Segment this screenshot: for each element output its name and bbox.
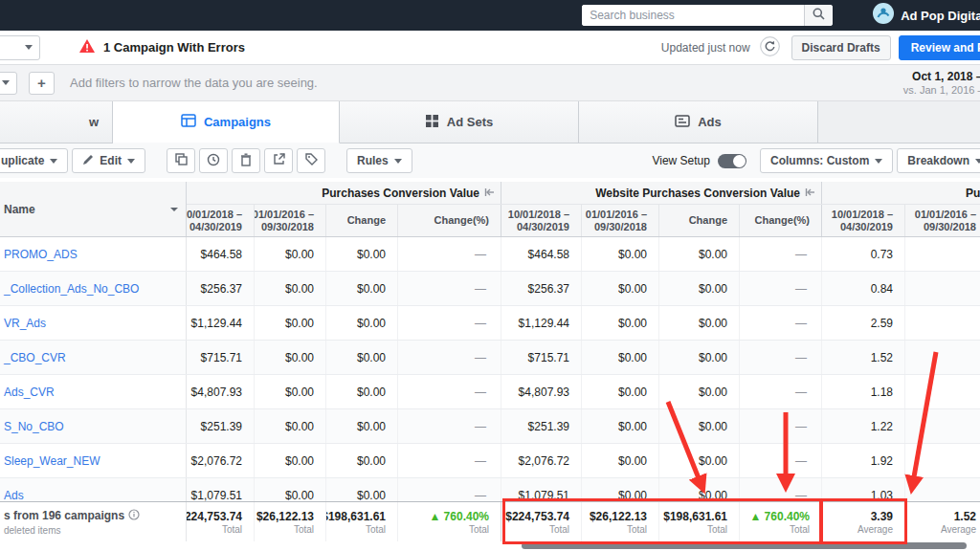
value-cell: $1,079.51 bbox=[501, 478, 581, 501]
total-cell: 1.52Average bbox=[904, 502, 980, 541]
search-button[interactable] bbox=[804, 5, 833, 26]
add-filter-button[interactable]: + bbox=[29, 72, 55, 95]
view-setup-toggle[interactable] bbox=[718, 154, 746, 168]
campaign-errors-text: 1 Campaign With Errors bbox=[103, 40, 245, 55]
column-header[interactable]: 01/01/2016 –09/30/2018 bbox=[904, 205, 980, 236]
table-row[interactable]: Ads $1,079.51 $0.00 $0.00 — $1,079.51 $0… bbox=[0, 478, 980, 501]
rules-button[interactable]: Rules bbox=[346, 148, 412, 173]
search-input[interactable] bbox=[582, 5, 804, 26]
column-group-header[interactable]: Website Purchases Conversion Value bbox=[501, 182, 821, 204]
tab-ad-sets[interactable]: Ad Sets bbox=[340, 101, 579, 143]
totals-summary-subtext: deleted items bbox=[4, 525, 186, 536]
edit-button[interactable]: Edit bbox=[72, 148, 145, 173]
export-button[interactable] bbox=[264, 148, 293, 173]
total-cell: $198,631.61Total bbox=[325, 502, 397, 541]
value-cell: — bbox=[739, 237, 821, 271]
campaign-name-link[interactable]: _CBO_CVR bbox=[4, 351, 66, 364]
column-group-header[interactable]: Purchases Conversion Value bbox=[187, 182, 501, 204]
delete-button[interactable] bbox=[232, 148, 260, 173]
table-row[interactable]: Ads_CVR $4,807.93 $0.00 $0.00 — $4,807.9… bbox=[0, 375, 980, 409]
campaign-selector-dropdown[interactable] bbox=[0, 35, 40, 60]
tab-overview[interactable]: w bbox=[0, 101, 113, 143]
campaign-name-link[interactable]: Ads_CVR bbox=[4, 386, 55, 399]
table-row[interactable]: VR_Ads $1,129.44 $0.00 $0.00 — $1,129.44… bbox=[0, 306, 980, 341]
copy-icon bbox=[175, 153, 188, 168]
table-row[interactable]: _Collection_Ads_No_CBO $256.37 $0.00 $0.… bbox=[0, 272, 980, 306]
tab-label: w bbox=[89, 115, 99, 129]
copy-button[interactable] bbox=[167, 148, 195, 173]
columns-button[interactable]: Columns: Custom bbox=[760, 148, 893, 173]
refresh-button[interactable] bbox=[760, 36, 780, 59]
tab-ads[interactable]: Ads bbox=[579, 101, 818, 143]
value-cell: $0.00 bbox=[658, 478, 739, 501]
column-header[interactable]: Change(%) bbox=[397, 205, 501, 236]
table-header: Name Purchases Conversion Value Website … bbox=[0, 182, 980, 237]
column-header[interactable]: Change(%) bbox=[739, 205, 821, 236]
toolbar: uplicate Edit Rul bbox=[0, 143, 980, 178]
columns-label: Columns: Custom bbox=[770, 154, 869, 167]
value-cell: $0.00 bbox=[658, 409, 739, 443]
value-cell: — bbox=[739, 341, 821, 374]
value-cell: 2.59 bbox=[821, 306, 904, 340]
pencil-icon bbox=[82, 154, 94, 168]
total-cell: $224,753.74Total bbox=[501, 502, 581, 541]
total-cell: $198,631.61Total bbox=[658, 502, 739, 541]
discard-drafts-button[interactable]: Discard Drafts bbox=[791, 35, 891, 60]
table-row[interactable]: S_No_CBO $251.39 $0.00 $0.00 — $251.39 $… bbox=[0, 409, 980, 444]
horizontal-scrollbar[interactable] bbox=[0, 541, 980, 551]
value-cell: $0.00 bbox=[254, 444, 325, 477]
column-header[interactable]: 10/01/2018 –04/30/2019 bbox=[821, 205, 904, 236]
value-cell: $0.00 bbox=[325, 478, 397, 501]
history-icon bbox=[207, 153, 220, 169]
filter-type-dropdown[interactable] bbox=[0, 72, 17, 95]
campaign-name-link[interactable]: Ads bbox=[4, 489, 24, 502]
column-header[interactable]: 01/01/2016 –09/30/2018 bbox=[254, 205, 325, 236]
campaign-name-link[interactable]: VR_Ads bbox=[4, 317, 46, 330]
tag-icon bbox=[305, 153, 318, 168]
info-icon[interactable] bbox=[128, 509, 140, 523]
table-row[interactable]: Sleep_Wear_NEW $2,076.72 $0.00 $0.00 — $… bbox=[0, 444, 980, 478]
value-cell: — bbox=[739, 375, 821, 408]
value-cell: 0.84 bbox=[821, 272, 904, 305]
column-header[interactable]: Change bbox=[325, 205, 397, 236]
value-cell: — bbox=[739, 444, 821, 477]
campaign-name-link[interactable]: _Collection_Ads_No_CBO bbox=[4, 282, 139, 296]
name-sort-caret-icon bbox=[170, 208, 178, 211]
campaign-name-cell: Ads bbox=[0, 478, 187, 501]
tag-button[interactable] bbox=[297, 148, 325, 173]
duplicate-button[interactable]: uplicate bbox=[0, 148, 68, 173]
column-header[interactable]: Change bbox=[658, 205, 739, 236]
campaign-name-link[interactable]: Sleep_Wear_NEW bbox=[4, 454, 100, 468]
column-header[interactable]: 10/01/2018 –04/30/2019 bbox=[187, 205, 254, 236]
table-row[interactable]: PROMO_ADS $464.58 $0.00 $0.00 — $464.58 … bbox=[0, 237, 980, 272]
review-publish-button[interactable]: Review and P bbox=[899, 35, 980, 60]
column-header[interactable]: 10/01/2018 –04/30/2019 bbox=[501, 205, 581, 236]
value-cell: $0.00 bbox=[581, 409, 658, 443]
horizontal-scrollbar-thumb[interactable] bbox=[522, 542, 967, 549]
campaign-errors-alert[interactable]: 1 Campaign With Errors bbox=[78, 38, 245, 57]
column-header[interactable]: 01/01/2016 –09/30/2018 bbox=[581, 205, 658, 236]
value-cell: — bbox=[739, 409, 821, 443]
value-cell: 1.03 bbox=[821, 478, 904, 501]
campaign-name-cell: _Collection_Ads_No_CBO bbox=[0, 272, 187, 305]
value-cell bbox=[904, 444, 980, 477]
breakdown-button[interactable]: Breakdown bbox=[897, 148, 980, 173]
history-button[interactable] bbox=[199, 148, 228, 173]
date-range-picker[interactable]: Oct 1, 2018 – A vs. Jan 1, 2016 – S bbox=[903, 70, 980, 96]
topbar: Ad Pop Digital bbox=[0, 0, 980, 31]
warning-icon bbox=[78, 38, 96, 57]
campaign-name-link[interactable]: PROMO_ADS bbox=[4, 248, 78, 261]
value-cell: $0.00 bbox=[254, 478, 325, 501]
name-column-header[interactable]: Name bbox=[0, 182, 187, 236]
total-cell: $26,122.13Total bbox=[254, 502, 325, 541]
column-group-header[interactable]: Pur bbox=[821, 182, 980, 204]
name-header-label: Name bbox=[4, 203, 35, 216]
account-menu[interactable]: Ad Pop Digital bbox=[873, 3, 980, 28]
breakdown-label: Breakdown bbox=[907, 154, 969, 167]
tab-campaigns[interactable]: Campaigns bbox=[113, 101, 340, 143]
table-row[interactable]: _CBO_CVR $715.71 $0.00 $0.00 — $715.71 $… bbox=[0, 341, 980, 375]
value-cell bbox=[904, 409, 980, 443]
pin-column-icon bbox=[805, 187, 815, 200]
campaign-name-cell: VR_Ads bbox=[0, 306, 187, 340]
campaign-name-link[interactable]: S_No_CBO bbox=[4, 420, 64, 433]
